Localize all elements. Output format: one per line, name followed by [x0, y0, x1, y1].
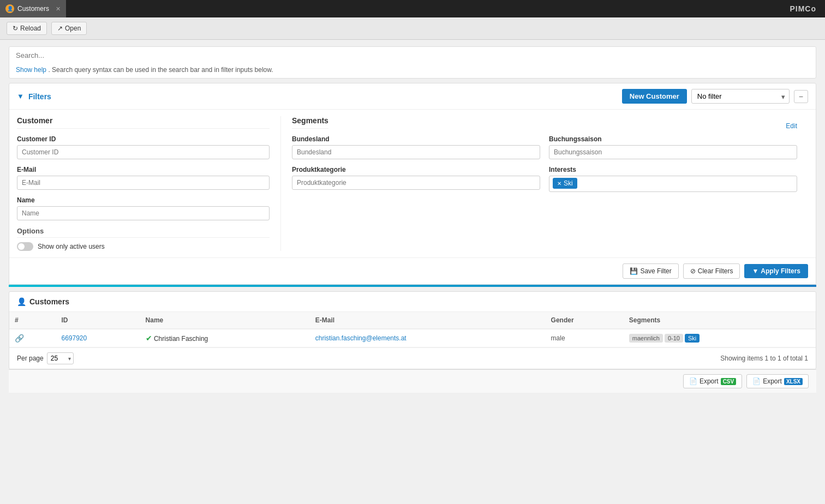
reload-label: Reload [20, 25, 41, 32]
toolbar: ↻ Reload ↗ Open [0, 17, 825, 40]
filters-section: ▼ Filters New Customer No filter − Custo… [9, 83, 816, 285]
active-status-icon: ✔ [146, 334, 152, 343]
customer-id-link[interactable]: 6697920 [61, 334, 87, 342]
per-page-select-wrapper: 25 50 100 [47, 352, 74, 364]
customers-section-title: Customers [29, 297, 69, 306]
segments-header: Segments Edit [292, 116, 797, 135]
clear-filters-button[interactable]: ⊘ Clear Filters [683, 263, 740, 279]
remove-ski-button[interactable]: ✕ [557, 181, 561, 187]
table-header-row: # ID Name E-Mail Gender Segments [9, 312, 816, 329]
row-name-cell: ✔ Christian Fasching [140, 329, 310, 347]
search-help-text: Show help . Search query syntax can be u… [9, 64, 816, 78]
show-help-link[interactable]: Show help [16, 66, 46, 74]
customer-id-group: Customer ID [17, 135, 270, 159]
csv-badge: CSV [721, 378, 737, 385]
table-footer: Per page 25 50 100 Showing items 1 to 1 … [9, 347, 816, 369]
clear-icon: ⊘ [690, 267, 696, 275]
interests-group: Interests ✕ Ski [549, 166, 797, 192]
apply-icon: ▼ [752, 267, 758, 275]
row-id-cell: 6697920 [56, 329, 140, 347]
export-bar: 📄 Export CSV 📄 Export XLSX [9, 369, 816, 393]
produktkategorie-group: Produktkategorie [292, 166, 540, 192]
name-group: Name [17, 196, 270, 220]
no-filter-select[interactable]: No filter [691, 89, 790, 104]
showing-text: Showing items 1 to 1 of total 1 [720, 355, 808, 362]
save-filter-button[interactable]: 💾 Save Filter [623, 263, 678, 279]
segment-tag: Ski [685, 334, 700, 343]
col-header-gender: Gender [546, 312, 624, 329]
export-xlsx-button[interactable]: 📄 Export XLSX [746, 374, 809, 388]
row-link-cell: 🔗 [9, 329, 56, 347]
tab-close-button[interactable]: ✕ [56, 5, 61, 13]
interests-input-area[interactable]: ✕ Ski [549, 176, 797, 192]
main-content: Show help . Search query syntax can be u… [0, 40, 825, 399]
name-label: Name [17, 196, 270, 204]
customers-section: 👤 Customers # ID Name E-Mail Gender Segm… [9, 291, 816, 369]
email-label: E-Mail [17, 166, 270, 173]
title-tab: 👤 Customers ✕ [0, 0, 66, 17]
ski-interest-tag: ✕ Ski [553, 178, 577, 189]
customer-name: Christian Fasching [154, 335, 208, 343]
table-row: 🔗 6697920 ✔ Christian Fasching christian… [9, 329, 816, 347]
open-button[interactable]: ↗ Open [51, 22, 87, 35]
blue-divider [9, 285, 816, 287]
export-csv-button[interactable]: 📄 Export CSV [683, 374, 742, 388]
show-active-row: Show only active users [17, 242, 270, 251]
bundesland-label: Bundesland [292, 135, 540, 143]
xlsx-badge: XLSX [784, 378, 803, 385]
search-input[interactable] [9, 47, 816, 64]
reload-button[interactable]: ↻ Reload [7, 22, 47, 35]
bundesland-group: Bundesland [292, 135, 540, 159]
email-input[interactable] [17, 176, 270, 190]
segments-section-title: Segments [292, 116, 328, 129]
per-page-select[interactable]: 25 50 100 [47, 352, 74, 364]
open-label: Open [65, 25, 81, 32]
brand-logo: PIMCo [790, 4, 825, 13]
buchungssaison-input[interactable] [549, 145, 797, 159]
produktkategorie-label: Produktkategorie [292, 166, 540, 173]
customer-id-input[interactable] [17, 145, 270, 159]
tab-icon: 👤 [5, 4, 14, 13]
export-xlsx-icon: 📄 [752, 377, 761, 385]
search-area: Show help . Search query syntax can be u… [9, 46, 816, 79]
apply-filters-button[interactable]: ▼ Apply Filters [744, 264, 808, 278]
row-link-icon[interactable]: 🔗 [15, 334, 24, 343]
col-header-segments: Segments [624, 312, 816, 329]
filters-header: ▼ Filters New Customer No filter − [9, 83, 816, 110]
produktkategorie-input[interactable] [292, 176, 540, 190]
new-customer-button[interactable]: New Customer [622, 89, 687, 104]
per-page-label: Per page [17, 355, 44, 362]
customer-filter-column: Customer Customer ID E-Mail Name Options [17, 116, 281, 251]
row-email-cell: christian.fasching@elements.at [310, 329, 546, 347]
bundesland-input[interactable] [292, 145, 540, 159]
tab-label: Customers [17, 5, 49, 13]
row-segments-cell: maennlich0-10Ski [624, 329, 816, 347]
segment-tag: 0-10 [665, 334, 683, 343]
name-input[interactable] [17, 206, 270, 220]
options-section: Options Show only active users [17, 227, 270, 251]
col-header-email: E-Mail [310, 312, 546, 329]
customer-id-label: Customer ID [17, 135, 270, 143]
reload-icon: ↻ [13, 25, 18, 32]
per-page-area: Per page 25 50 100 [17, 352, 74, 364]
customer-section-title: Customer [17, 116, 270, 129]
buchungssaison-group: Buchungssaison [549, 135, 797, 159]
show-active-toggle[interactable] [17, 242, 33, 251]
customers-table: # ID Name E-Mail Gender Segments 🔗 66979… [9, 312, 816, 347]
export-csv-icon: 📄 [689, 377, 697, 385]
collapse-filters-button[interactable]: − [794, 90, 808, 103]
segments-row-1: Bundesland Buchungssaison [292, 135, 797, 166]
no-filter-select-wrapper: No filter [691, 89, 790, 104]
segments-filter-column: Segments Edit Bundesland Buchungssaison [292, 116, 808, 251]
show-active-label: Show only active users [38, 243, 105, 250]
segments-edit-link[interactable]: Edit [786, 122, 797, 130]
filters-title: Filters [28, 92, 618, 101]
segment-tag: maennlich [629, 334, 663, 343]
col-header-id: ID [56, 312, 140, 329]
open-icon: ↗ [57, 25, 63, 32]
customer-email-link[interactable]: christian.fasching@elements.at [315, 334, 406, 342]
row-gender-cell: male [546, 329, 624, 347]
save-icon: 💾 [630, 267, 638, 275]
options-title: Options [17, 227, 270, 238]
segments-row-2: Produktkategorie Interests ✕ Ski [292, 166, 797, 199]
